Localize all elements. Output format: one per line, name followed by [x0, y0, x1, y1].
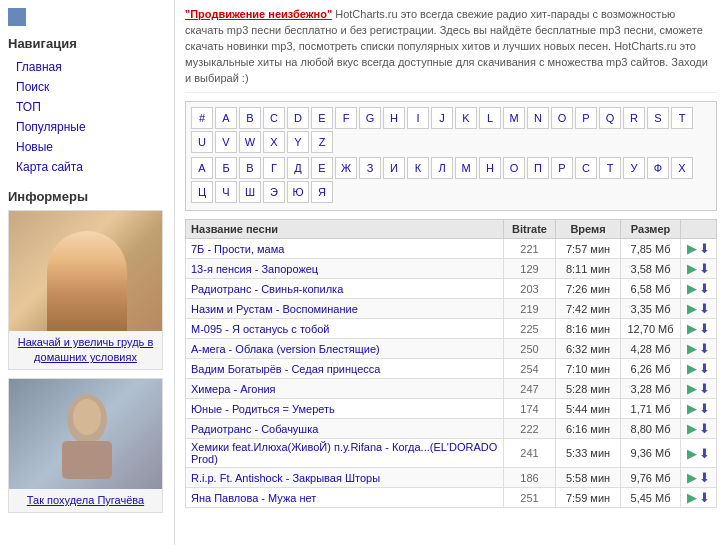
alpha-cell-O[interactable]: O [551, 107, 573, 129]
nav-link-new[interactable]: Новые [16, 137, 166, 157]
download-icon[interactable]: ⬇ [699, 470, 710, 485]
alpha-cell-V[interactable]: V [215, 131, 237, 153]
play-icon[interactable]: ▶ [687, 401, 697, 416]
alpha-cell-E[interactable]: E [311, 107, 333, 129]
download-icon[interactable]: ⬇ [699, 341, 710, 356]
download-icon[interactable]: ⬇ [699, 281, 710, 296]
alpha-cell-Е[interactable]: Е [311, 157, 333, 179]
alpha-cell-В[interactable]: В [239, 157, 261, 179]
alpha-cell-Z[interactable]: Z [311, 131, 333, 153]
play-icon[interactable]: ▶ [687, 421, 697, 436]
download-icon[interactable]: ⬇ [699, 261, 710, 276]
song-link[interactable]: А-мега - Облака (version Блестящие) [191, 343, 380, 355]
download-icon[interactable]: ⬇ [699, 490, 710, 505]
alpha-cell-G[interactable]: G [359, 107, 381, 129]
alpha-cell-A[interactable]: A [215, 107, 237, 129]
song-link[interactable]: Радиотранс - Собачушка [191, 423, 318, 435]
alpha-cell-R[interactable]: R [623, 107, 645, 129]
song-link[interactable]: Яна Павлова - Мужа нет [191, 492, 316, 504]
banner1-caption[interactable]: Накачай и увеличь грудь в домашних услов… [9, 331, 162, 369]
nav-item-popular[interactable]: Популярные [16, 117, 166, 137]
alpha-cell-M[interactable]: M [503, 107, 525, 129]
alpha-cell-Ч[interactable]: Ч [215, 181, 237, 203]
nav-item-new[interactable]: Новые [16, 137, 166, 157]
song-link[interactable]: 7Б - Прости, мама [191, 243, 284, 255]
alpha-cell-P[interactable]: P [575, 107, 597, 129]
play-icon[interactable]: ▶ [687, 446, 697, 461]
nav-item-search[interactable]: Поиск [16, 77, 166, 97]
nav-item-sitemap[interactable]: Карта сайта [16, 157, 166, 177]
alpha-cell-О[interactable]: О [503, 157, 525, 179]
alpha-cell-Ж[interactable]: Ж [335, 157, 357, 179]
alpha-cell-Я[interactable]: Я [311, 181, 333, 203]
alpha-cell-К[interactable]: К [407, 157, 429, 179]
download-icon[interactable]: ⬇ [699, 421, 710, 436]
download-icon[interactable]: ⬇ [699, 321, 710, 336]
nav-link-top[interactable]: ТОП [16, 97, 166, 117]
song-link[interactable]: Радиотранс - Свинья-копилка [191, 283, 343, 295]
alpha-cell-Х[interactable]: Х [671, 157, 693, 179]
play-icon[interactable]: ▶ [687, 341, 697, 356]
alpha-cell-Y[interactable]: Y [287, 131, 309, 153]
alpha-cell-Ш[interactable]: Ш [239, 181, 261, 203]
play-icon[interactable]: ▶ [687, 321, 697, 336]
banner2-caption[interactable]: Так похудела Пугачёва [9, 489, 162, 512]
alpha-cell-А[interactable]: А [191, 157, 213, 179]
alpha-cell-I[interactable]: I [407, 107, 429, 129]
nav-link-home[interactable]: Главная [16, 57, 166, 77]
alpha-cell-Б[interactable]: Б [215, 157, 237, 179]
song-link[interactable]: Вадим Богатырёв - Седая принцесса [191, 363, 381, 375]
alpha-cell-Д[interactable]: Д [287, 157, 309, 179]
promo-link[interactable]: "Продвижение неизбежно" [185, 8, 332, 20]
download-icon[interactable]: ⬇ [699, 446, 710, 461]
alpha-cell-З[interactable]: З [359, 157, 381, 179]
alpha-cell-#[interactable]: # [191, 107, 213, 129]
alpha-cell-Ц[interactable]: Ц [191, 181, 213, 203]
alpha-cell-Н[interactable]: Н [479, 157, 501, 179]
play-icon[interactable]: ▶ [687, 281, 697, 296]
alpha-cell-Ю[interactable]: Ю [287, 181, 309, 203]
play-icon[interactable]: ▶ [687, 470, 697, 485]
alpha-cell-T[interactable]: T [671, 107, 693, 129]
play-icon[interactable]: ▶ [687, 241, 697, 256]
alpha-cell-H[interactable]: H [383, 107, 405, 129]
play-icon[interactable]: ▶ [687, 361, 697, 376]
song-link[interactable]: Юные - Родиться = Умереть [191, 403, 335, 415]
alpha-cell-N[interactable]: N [527, 107, 549, 129]
alpha-cell-U[interactable]: U [191, 131, 213, 153]
play-icon[interactable]: ▶ [687, 301, 697, 316]
alpha-cell-Q[interactable]: Q [599, 107, 621, 129]
alpha-cell-Р[interactable]: Р [551, 157, 573, 179]
song-link[interactable]: Хемики feat.Илюха(ЖивоЙ) п.у.Rifana - Ко… [191, 441, 497, 465]
alpha-cell-Т[interactable]: Т [599, 157, 621, 179]
nav-link-search[interactable]: Поиск [16, 77, 166, 97]
song-link[interactable]: Химера - Агония [191, 383, 276, 395]
alpha-cell-У[interactable]: У [623, 157, 645, 179]
download-icon[interactable]: ⬇ [699, 241, 710, 256]
song-link[interactable]: Назим и Рустам - Воспоминание [191, 303, 358, 315]
download-icon[interactable]: ⬇ [699, 401, 710, 416]
play-icon[interactable]: ▶ [687, 490, 697, 505]
play-icon[interactable]: ▶ [687, 381, 697, 396]
play-icon[interactable]: ▶ [687, 261, 697, 276]
nav-link-sitemap[interactable]: Карта сайта [16, 157, 166, 177]
download-icon[interactable]: ⬇ [699, 361, 710, 376]
alpha-cell-S[interactable]: S [647, 107, 669, 129]
alpha-cell-K[interactable]: K [455, 107, 477, 129]
alpha-cell-Л[interactable]: Л [431, 157, 453, 179]
banner2[interactable]: Так похудела Пугачёва [8, 378, 163, 513]
alpha-cell-М[interactable]: М [455, 157, 477, 179]
song-link[interactable]: 13-я пенсия - Запорожец [191, 263, 318, 275]
alpha-cell-W[interactable]: W [239, 131, 261, 153]
alpha-cell-Э[interactable]: Э [263, 181, 285, 203]
alpha-cell-Ф[interactable]: Ф [647, 157, 669, 179]
nav-item-top[interactable]: ТОП [16, 97, 166, 117]
alpha-cell-D[interactable]: D [287, 107, 309, 129]
alpha-cell-X[interactable]: X [263, 131, 285, 153]
nav-link-popular[interactable]: Популярные [16, 117, 166, 137]
alpha-cell-B[interactable]: B [239, 107, 261, 129]
download-icon[interactable]: ⬇ [699, 301, 710, 316]
alpha-cell-И[interactable]: И [383, 157, 405, 179]
alpha-cell-C[interactable]: C [263, 107, 285, 129]
alpha-cell-С[interactable]: С [575, 157, 597, 179]
